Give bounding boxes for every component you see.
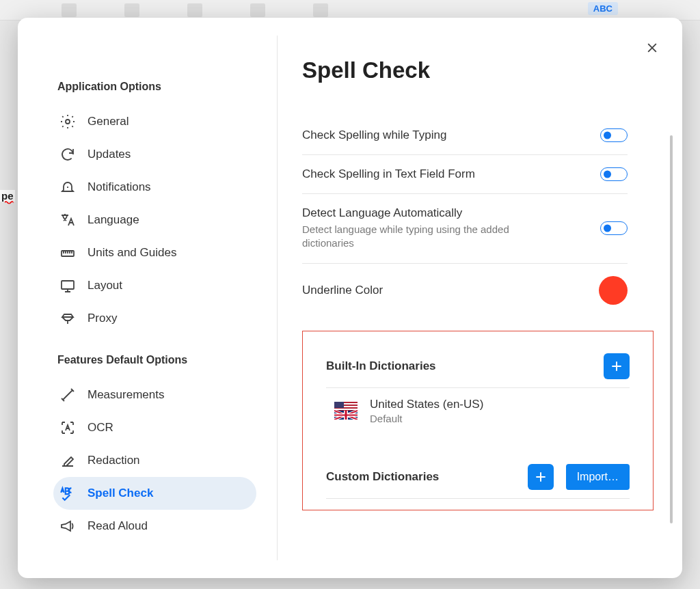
dictionary-sub: Default <box>370 413 483 424</box>
import-button[interactable]: Import… <box>566 464 630 490</box>
option-check-typing: Check Spelling while Typing <box>302 116 628 155</box>
option-label: Check Spelling in Text Field Form <box>302 167 600 181</box>
sync-icon <box>59 146 77 163</box>
sidebar-item-units[interactable]: Units and Guides <box>53 236 256 269</box>
monitor-icon <box>59 277 77 294</box>
ruler-icon <box>59 244 77 262</box>
toggle-check-typing[interactable] <box>600 128 628 142</box>
toggle-detect-lang[interactable] <box>600 221 628 235</box>
scrollbar[interactable] <box>670 135 673 523</box>
translate-icon <box>59 211 77 229</box>
sidebar-item-label: Proxy <box>88 312 117 325</box>
sidebar-item-label: Spell Check <box>88 487 153 500</box>
network-icon <box>59 310 77 327</box>
dictionary-entry[interactable]: United States (en-US) Default <box>326 388 630 434</box>
add-custom-button[interactable] <box>528 464 554 490</box>
sidebar-item-spellcheck[interactable]: Spell Check <box>53 477 256 510</box>
sidebar-item-general[interactable]: General <box>53 105 256 138</box>
sidebar-item-redaction[interactable]: Redaction <box>53 444 256 477</box>
svg-rect-12 <box>334 415 358 416</box>
svg-rect-7 <box>334 402 344 408</box>
sidebar-item-proxy[interactable]: Proxy <box>53 302 256 335</box>
sidebar-item-label: Measurements <box>88 388 164 402</box>
dictionary-name: United States (en-US) <box>370 398 483 411</box>
gear-icon <box>59 113 77 131</box>
sidebar-item-label: Language <box>88 213 139 227</box>
megaphone-icon <box>59 517 77 535</box>
toolbar-abc-badge: ABC <box>588 2 618 15</box>
sidebar-item-label: General <box>88 115 129 128</box>
custom-header-row: Custom Dictionaries Import… <box>326 453 630 499</box>
sidebar-item-measurements[interactable]: Measurements <box>53 379 256 411</box>
measure-icon <box>59 386 77 404</box>
content-pane: Spell Check Check Spelling while Typing … <box>278 18 682 578</box>
option-sublabel: Detect language while typing using the a… <box>302 223 562 251</box>
spellcheck-icon <box>59 484 77 502</box>
underline-color-swatch[interactable] <box>599 276 628 305</box>
plus-icon <box>610 359 623 373</box>
us-uk-flag-icon <box>334 402 358 420</box>
dictionaries-highlight-box: Built-In Dictionaries <box>302 331 654 510</box>
bell-icon <box>59 178 77 196</box>
page-title: Spell Check <box>302 57 658 83</box>
builtin-heading: Built-In Dictionaries <box>326 359 436 373</box>
import-button-label: Import… <box>577 471 619 483</box>
sidebar-item-layout[interactable]: Layout <box>53 269 256 302</box>
sidebar-item-label: Notifications <box>88 180 151 194</box>
sidebar-section-features: Features Default Options <box>57 354 277 366</box>
toggle-check-form[interactable] <box>600 167 628 181</box>
svg-point-0 <box>66 120 70 124</box>
svg-rect-2 <box>62 281 74 289</box>
eraser-icon <box>59 452 77 469</box>
builtin-header-row: Built-In Dictionaries <box>326 342 630 388</box>
sidebar-item-label: OCR <box>88 421 113 435</box>
option-label: Underline Color <box>302 284 599 297</box>
option-check-form: Check Spelling in Text Field Form <box>302 155 628 194</box>
option-label: Check Spelling while Typing <box>302 128 600 142</box>
sidebar-item-ocr[interactable]: OCR <box>53 411 256 444</box>
option-label: Detect Language Automatically <box>302 206 600 220</box>
custom-heading: Custom Dictionaries <box>326 470 439 484</box>
sidebar-section-app: Application Options <box>57 81 277 93</box>
sidebar-item-notifications[interactable]: Notifications <box>53 171 256 204</box>
ocr-icon <box>59 419 77 437</box>
sidebar: Application Options General Updates Noti… <box>18 36 278 560</box>
plus-icon <box>534 470 548 484</box>
option-detect-lang: Detect Language Automatically Detect lan… <box>302 194 628 264</box>
sidebar-item-label: Units and Guides <box>88 246 176 260</box>
add-builtin-button[interactable] <box>604 353 630 379</box>
sidebar-item-language[interactable]: Language <box>53 204 256 236</box>
sidebar-item-label: Layout <box>88 279 122 292</box>
preferences-dialog: Application Options General Updates Noti… <box>18 18 682 578</box>
sidebar-item-read-aloud[interactable]: Read Aloud <box>53 510 256 543</box>
svg-rect-6 <box>334 409 358 410</box>
background-misspelled-text: pe <box>0 190 15 202</box>
sidebar-item-label: Read Aloud <box>88 519 148 533</box>
sidebar-item-label: Redaction <box>88 454 140 467</box>
sidebar-item-updates[interactable]: Updates <box>53 138 256 171</box>
option-underline-color: Underline Color <box>302 264 628 317</box>
sidebar-item-label: Updates <box>88 148 131 161</box>
